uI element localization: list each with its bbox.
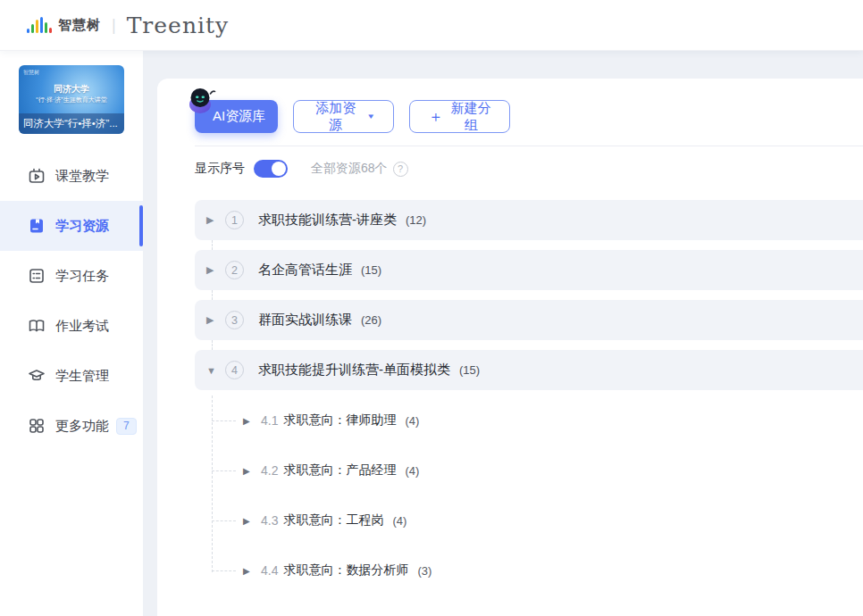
resource-tree: ▶ 1 求职技能训练营-讲座类 (12) ▶ 2 名企高管话生涯 (15) ▶ …: [195, 200, 863, 595]
group-title: 求职技能提升训练营-单面模拟类: [258, 362, 450, 379]
resource-group: ▶ 2 名企高管话生涯 (15): [195, 250, 863, 290]
main-content-panel: AI资源库 添加资源 ▼ ＋ 新建分组 显示序号 全部资源68个 ? ▶ 1 求…: [157, 79, 863, 616]
resource-group-expanded: ▼ 4 求职技能提升训练营-单面模拟类 (15) ▶ 4.1 求职意向：律师助理…: [195, 350, 863, 595]
group-index-badge: 4: [225, 361, 244, 379]
show-index-toggle[interactable]: [254, 160, 288, 178]
subgroup-count: (4): [405, 414, 419, 428]
filter-row: 显示序号 全部资源68个 ?: [195, 159, 863, 179]
group-title: 群面实战训练课: [258, 312, 352, 329]
sidebar-item-label: 更多功能: [55, 418, 109, 435]
graduate-cap-icon: [28, 367, 46, 385]
logo-divider: |: [112, 16, 116, 35]
sidebar-item-classroom[interactable]: 课堂教学: [0, 151, 143, 201]
group-count: (15): [459, 363, 480, 377]
subgroup-row-4-1[interactable]: ▶ 4.1 求职意向：律师助理 (4): [195, 395, 863, 445]
sidebar-menu: 课堂教学 学习资源 学习任务: [0, 151, 143, 451]
group-index-badge: 1: [225, 211, 244, 229]
group-title: 求职技能训练营-讲座类: [258, 212, 397, 229]
sidebar-item-students[interactable]: 学生管理: [0, 351, 143, 401]
group-row-1[interactable]: ▶ 1 求职技能训练营-讲座类 (12): [195, 200, 863, 240]
course-title-line2: “行·择·济”生涯教育大讲堂: [19, 96, 124, 104]
help-icon[interactable]: ?: [393, 162, 408, 177]
toolbar-divider: [195, 146, 863, 146]
subgroup-count: (3): [417, 564, 432, 578]
subgroup-index: 4.3: [261, 513, 278, 528]
sidebar-item-more[interactable]: 更多功能 7: [0, 401, 143, 451]
group-count: (12): [406, 213, 426, 227]
expand-arrow-icon[interactable]: ▶: [243, 566, 254, 576]
collapse-arrow-icon[interactable]: ▼: [206, 365, 217, 376]
equalizer-bars-icon: [27, 17, 52, 33]
sidebar-item-tasks[interactable]: 学习任务: [0, 251, 143, 301]
ai-resource-library-button[interactable]: AI资源库: [195, 100, 278, 133]
subgroup-row-4-4[interactable]: ▶ 4.4 求职意向：数据分析师 (3): [195, 545, 863, 595]
chevron-down-icon: ▼: [366, 112, 375, 121]
ai-button-label: AI资源库: [213, 108, 265, 125]
book-resource-icon: [28, 217, 46, 235]
toolbar: AI资源库 添加资源 ▼ ＋ 新建分组: [195, 100, 863, 133]
sidebar-item-label: 课堂教学: [55, 168, 109, 185]
sidebar-item-resources[interactable]: 学习资源: [0, 201, 143, 251]
group-row-3[interactable]: ▶ 3 群面实战训练课 (26): [195, 300, 863, 340]
group-count: (15): [361, 263, 381, 277]
subgroup-count: (4): [392, 514, 406, 528]
ai-robot-icon: [188, 87, 218, 115]
subgroup-title: 求职意向：数据分析师: [283, 562, 408, 579]
group-row-2[interactable]: ▶ 2 名企高管话生涯 (15): [195, 250, 863, 290]
subgroup-index: 4.2: [261, 463, 278, 478]
task-list-icon: [28, 267, 46, 285]
tv-play-icon: [28, 167, 46, 185]
total-resources-label: 全部资源68个: [311, 161, 388, 177]
open-book-icon: [28, 317, 46, 335]
resource-group: ▶ 1 求职技能训练营-讲座类 (12): [195, 200, 863, 240]
top-header: 智慧树 | Treenity: [0, 0, 863, 51]
course-thumbnail[interactable]: 智慧树 同济大学 “行·择·济”生涯教育大讲堂 同济大学“行•择•济”...: [19, 65, 124, 134]
group-children: ▶ 4.1 求职意向：律师助理 (4) ▶ 4.2 求职意向：产品经理 (4) …: [195, 395, 863, 595]
add-resource-button[interactable]: 添加资源 ▼: [293, 100, 394, 133]
subgroup-index: 4.4: [261, 563, 278, 578]
sidebar: 智慧树 同济大学 “行·择·济”生涯教育大讲堂 同济大学“行•择•济”... 课…: [0, 51, 143, 616]
group-count: (26): [361, 313, 381, 327]
group-index-badge: 2: [225, 261, 244, 279]
subgroup-count: (4): [405, 464, 419, 478]
expand-arrow-icon[interactable]: ▶: [206, 214, 217, 226]
resource-group: ▶ 3 群面实战训练课 (26): [195, 300, 863, 340]
sidebar-item-label: 学生管理: [55, 368, 109, 385]
toggle-knob: [272, 162, 286, 176]
more-features-badge: 7: [116, 418, 137, 435]
course-caption: 同济大学“行•择•济”...: [19, 113, 124, 134]
expand-arrow-icon[interactable]: ▶: [206, 314, 217, 326]
course-title-line1: 同济大学: [19, 83, 124, 96]
sidebar-item-label: 学习资源: [55, 218, 109, 235]
brand-name-cn: 智慧树: [58, 17, 101, 34]
plus-icon: ＋: [428, 109, 443, 124]
group-index-badge: 3: [225, 311, 244, 329]
expand-arrow-icon[interactable]: ▶: [243, 516, 254, 526]
subgroup-index: 4.1: [261, 413, 278, 428]
expand-arrow-icon[interactable]: ▶: [243, 416, 254, 426]
add-resource-label: 添加资源: [312, 100, 359, 134]
new-group-label: 新建分组: [450, 100, 491, 134]
course-watermark: 智慧树: [23, 69, 39, 77]
group-row-4[interactable]: ▼ 4 求职技能提升训练营-单面模拟类 (15): [195, 350, 863, 390]
sidebar-item-homework[interactable]: 作业考试: [0, 301, 143, 351]
expand-arrow-icon[interactable]: ▶: [206, 264, 217, 276]
subgroup-title: 求职意向：律师助理: [283, 412, 396, 429]
sidebar-item-label: 作业考试: [55, 318, 109, 335]
group-title: 名企高管话生涯: [258, 262, 352, 279]
new-group-button[interactable]: ＋ 新建分组: [409, 100, 510, 133]
subgroup-title: 求职意向：工程岗: [283, 512, 383, 529]
grid-icon: [28, 417, 46, 435]
brand-name-en: Treenity: [127, 12, 229, 38]
subgroup-title: 求职意向：产品经理: [283, 462, 396, 479]
subgroup-row-4-2[interactable]: ▶ 4.2 求职意向：产品经理 (4): [195, 445, 863, 495]
brand-logo[interactable]: 智慧树 | Treenity: [27, 12, 229, 38]
sidebar-item-label: 学习任务: [55, 268, 109, 285]
expand-arrow-icon[interactable]: ▶: [243, 466, 254, 476]
show-index-label: 显示序号: [195, 161, 245, 177]
subgroup-row-4-3[interactable]: ▶ 4.3 求职意向：工程岗 (4): [195, 495, 863, 545]
